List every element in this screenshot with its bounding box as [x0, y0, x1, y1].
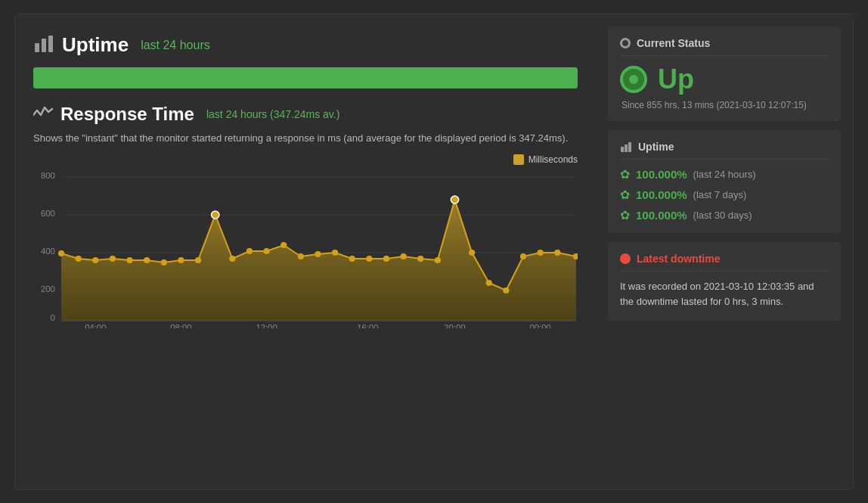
svg-point-31 [366, 256, 372, 262]
svg-point-33 [400, 253, 406, 259]
svg-text:20:00: 20:00 [444, 323, 465, 328]
svg-text:400: 400 [41, 247, 55, 256]
uptime-24h-value: 100.000% [636, 168, 687, 181]
svg-text:04:00: 04:00 [85, 323, 106, 328]
svg-point-20 [178, 257, 184, 263]
response-time-header: Response Time last 24 hours (347.24ms av… [33, 104, 578, 125]
chart-container: Milliseconds 800 600 400 200 0 [33, 154, 578, 477]
downtime-header: Latest downtime [620, 253, 829, 272]
svg-text:600: 600 [41, 209, 55, 218]
uptime-stats-label: Uptime [638, 141, 674, 153]
response-icon [33, 104, 53, 124]
star-30d-icon: ✿ [620, 208, 630, 222]
svg-point-29 [332, 250, 338, 256]
svg-rect-51 [625, 144, 628, 152]
downtime-label: Latest downtime [637, 253, 720, 265]
svg-point-30 [349, 256, 355, 262]
uptime-title: Uptime [62, 33, 129, 57]
svg-point-21 [195, 257, 201, 263]
uptime-bar [33, 67, 578, 88]
svg-point-22 [212, 211, 219, 219]
svg-text:00:00: 00:00 [529, 323, 550, 328]
svg-point-23 [229, 256, 235, 262]
downtime-text: It was recorded on 2021-03-10 12:03:35 a… [620, 279, 829, 311]
svg-point-37 [469, 250, 475, 256]
svg-text:08:00: 08:00 [170, 323, 191, 328]
uptime-30d-row: ✿ 100.000% (last 30 days) [620, 208, 829, 222]
status-circle-icon [620, 66, 647, 93]
uptime-24h-row: ✿ 100.000% (last 24 hours) [620, 167, 829, 182]
uptime-30d-value: 100.000% [636, 209, 687, 222]
svg-text:12:00: 12:00 [256, 323, 277, 328]
star-24h-icon: ✿ [620, 167, 630, 182]
uptime-24h-period: (last 24 hours) [693, 169, 756, 180]
response-subtitle: last 24 hours (347.24ms av.) [206, 108, 339, 120]
svg-point-24 [246, 248, 253, 254]
svg-point-28 [315, 251, 321, 257]
svg-point-16 [110, 256, 116, 262]
svg-rect-1 [42, 39, 46, 52]
legend-color-box [513, 154, 524, 165]
svg-point-36 [451, 196, 458, 203]
svg-text:16:00: 16:00 [357, 323, 378, 328]
uptime-stats-header: Uptime [620, 141, 829, 160]
response-description: Shows the "instant" that the monitor sta… [33, 131, 578, 146]
svg-point-38 [486, 280, 492, 286]
svg-point-35 [435, 257, 441, 263]
uptime-bar-fill [33, 67, 578, 88]
right-panel: Current Status Up Since 855 hrs, 13 mins… [596, 14, 853, 489]
status-since: Since 855 hrs, 13 mins (2021-03-10 12:07… [622, 100, 829, 110]
svg-point-40 [520, 253, 526, 259]
svg-point-17 [126, 257, 132, 263]
svg-point-32 [383, 256, 389, 262]
svg-text:200: 200 [41, 284, 55, 293]
uptime-7d-period: (last 7 days) [693, 189, 747, 200]
uptime-30d-period: (last 30 days) [693, 210, 752, 221]
svg-point-14 [76, 256, 82, 262]
bar-chart-small-icon [620, 141, 632, 153]
svg-text:800: 800 [41, 171, 55, 180]
svg-point-39 [503, 287, 509, 293]
svg-point-18 [144, 257, 150, 263]
svg-text:0: 0 [51, 313, 55, 322]
downtime-header-icon [620, 253, 631, 264]
uptime-7d-row: ✿ 100.000% (last 7 days) [620, 188, 829, 202]
svg-point-13 [58, 250, 64, 256]
response-chart: 800 600 400 200 0 [33, 169, 578, 328]
status-value: Up [658, 64, 694, 95]
svg-rect-0 [35, 43, 39, 52]
uptime-7d-value: 100.000% [636, 188, 687, 201]
uptime-header: Uptime last 24 hours [33, 33, 578, 58]
status-up-row: Up [620, 64, 829, 95]
chart-legend: Milliseconds [33, 154, 578, 165]
svg-rect-50 [621, 147, 624, 152]
current-status-header: Current Status [620, 37, 829, 56]
svg-point-15 [92, 257, 98, 263]
uptime-subtitle: last 24 hours [141, 39, 210, 52]
current-status-label: Current Status [637, 37, 710, 49]
svg-point-42 [554, 250, 560, 256]
svg-point-27 [298, 253, 304, 259]
legend-label: Milliseconds [529, 154, 578, 165]
svg-point-34 [417, 256, 423, 262]
uptime-stats-card: Uptime ✿ 100.000% (last 24 hours) ✿ 100.… [608, 130, 841, 233]
svg-point-19 [161, 259, 167, 265]
current-status-card: Current Status Up Since 855 hrs, 13 mins… [608, 26, 841, 121]
chart-svg: 800 600 400 200 0 [33, 169, 578, 336]
svg-rect-2 [48, 36, 53, 52]
bar-chart-icon [33, 33, 54, 58]
svg-point-26 [281, 242, 287, 248]
main-container: Uptime last 24 hours Response Time last … [14, 14, 854, 490]
svg-point-41 [538, 250, 544, 256]
response-title: Response Time [60, 104, 194, 125]
status-header-icon [620, 38, 631, 48]
left-panel: Uptime last 24 hours Response Time last … [15, 14, 596, 489]
svg-rect-52 [628, 142, 631, 152]
latest-downtime-card: Latest downtime It was recorded on 2021-… [608, 242, 841, 321]
star-7d-icon: ✿ [620, 188, 630, 202]
svg-point-25 [263, 248, 269, 254]
